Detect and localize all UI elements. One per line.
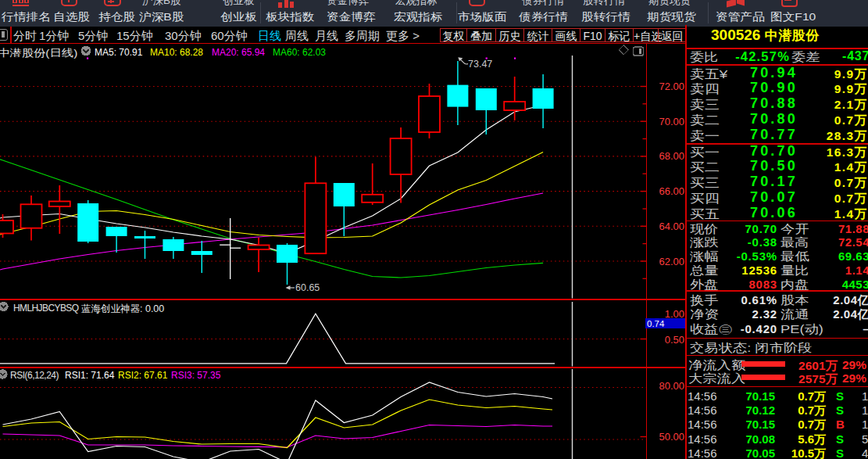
svg-text:80.00: 80.00	[659, 380, 684, 392]
svg-text:64.00: 64.00	[659, 221, 684, 232]
svg-text:60.65: 60.65	[295, 282, 320, 293]
svg-text:66.00: 66.00	[659, 185, 684, 197]
svg-text:1.00: 1.00	[665, 308, 684, 320]
svg-text:0.74: 0.74	[647, 319, 665, 328]
svg-text:0.50: 0.50	[665, 334, 684, 346]
svg-text:62.00: 62.00	[659, 256, 684, 267]
svg-text:72.00: 72.00	[659, 81, 684, 92]
svg-text:70.00: 70.00	[659, 116, 684, 127]
svg-text:50.00: 50.00	[659, 431, 684, 443]
svg-text:73.47: 73.47	[468, 59, 492, 70]
svg-text:68.00: 68.00	[659, 150, 684, 162]
